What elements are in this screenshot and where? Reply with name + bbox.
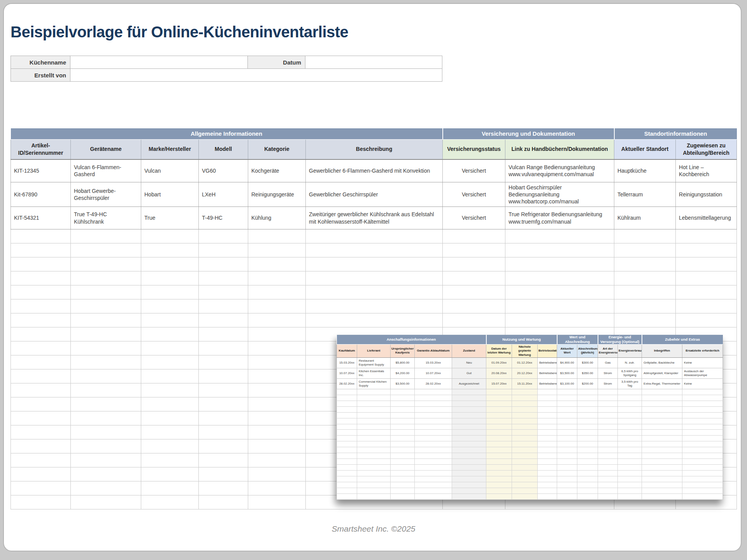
created-by-input[interactable] <box>70 68 442 82</box>
empty-cell[interactable] <box>11 369 71 383</box>
empty-cell[interactable] <box>199 285 248 299</box>
empty-cell[interactable] <box>71 285 141 299</box>
empty-cell[interactable] <box>248 243 306 257</box>
table-cell[interactable]: True Refrigerator Bedienungsanleitung ww… <box>505 207 614 229</box>
empty-cell[interactable] <box>71 355 141 369</box>
empty-cell[interactable] <box>71 425 141 439</box>
empty-cell[interactable] <box>11 299 71 313</box>
empty-cell[interactable] <box>11 229 71 243</box>
empty-cell[interactable] <box>199 453 248 467</box>
table-cell[interactable]: Versichert <box>443 182 505 207</box>
empty-cell[interactable] <box>505 299 614 313</box>
empty-cell[interactable] <box>141 439 199 453</box>
empty-cell[interactable] <box>248 411 306 425</box>
empty-cell[interactable] <box>443 285 505 299</box>
empty-cell[interactable] <box>614 313 676 327</box>
empty-cell[interactable] <box>71 299 141 313</box>
table-cell[interactable]: Vulcan Range Bedienungsanleitung www.vul… <box>505 159 614 182</box>
empty-cell[interactable] <box>248 467 306 481</box>
empty-cell[interactable] <box>141 411 199 425</box>
empty-cell[interactable] <box>306 243 443 257</box>
empty-cell[interactable] <box>71 439 141 453</box>
table-cell[interactable]: Kit-67890 <box>11 182 71 207</box>
empty-cell[interactable] <box>11 425 71 439</box>
empty-cell[interactable] <box>614 243 676 257</box>
empty-cell[interactable] <box>248 285 306 299</box>
empty-cell[interactable] <box>141 369 199 383</box>
table-cell[interactable]: Gewerblicher Geschirrspüler <box>306 182 443 207</box>
empty-cell[interactable] <box>248 481 306 495</box>
empty-cell[interactable] <box>306 313 443 327</box>
empty-cell[interactable] <box>11 243 71 257</box>
empty-cell[interactable] <box>141 495 199 509</box>
empty-cell[interactable] <box>614 285 676 299</box>
empty-cell[interactable] <box>248 439 306 453</box>
empty-cell[interactable] <box>306 271 443 285</box>
empty-cell[interactable] <box>306 257 443 271</box>
empty-cell[interactable] <box>443 229 505 243</box>
empty-cell[interactable] <box>71 453 141 467</box>
empty-cell[interactable] <box>71 495 141 509</box>
table-cell[interactable]: Hauptküche <box>614 159 676 182</box>
table-cell[interactable]: Versichert <box>443 159 505 182</box>
empty-cell[interactable] <box>676 271 737 285</box>
empty-cell[interactable] <box>199 257 248 271</box>
empty-cell[interactable] <box>11 411 71 425</box>
empty-cell[interactable] <box>199 425 248 439</box>
empty-cell[interactable] <box>199 243 248 257</box>
empty-cell[interactable] <box>199 439 248 453</box>
empty-cell[interactable] <box>11 495 71 509</box>
empty-cell[interactable] <box>71 243 141 257</box>
empty-cell[interactable] <box>71 369 141 383</box>
date-input[interactable] <box>305 56 442 69</box>
empty-cell[interactable] <box>306 229 443 243</box>
empty-cell[interactable] <box>676 243 737 257</box>
empty-cell[interactable] <box>141 425 199 439</box>
table-cell[interactable]: True T-49-HC Kühlschrank <box>71 207 141 229</box>
table-cell[interactable]: Vulcan 6-Flammen-Gasherd <box>71 159 141 182</box>
empty-cell[interactable] <box>443 299 505 313</box>
empty-cell[interactable] <box>11 453 71 467</box>
empty-cell[interactable] <box>614 271 676 285</box>
empty-cell[interactable] <box>71 397 141 411</box>
empty-cell[interactable] <box>141 481 199 495</box>
empty-cell[interactable] <box>199 383 248 397</box>
empty-cell[interactable] <box>248 453 306 467</box>
empty-cell[interactable] <box>141 229 199 243</box>
empty-cell[interactable] <box>11 341 71 355</box>
empty-cell[interactable] <box>443 243 505 257</box>
empty-cell[interactable] <box>11 481 71 495</box>
empty-cell[interactable] <box>71 327 141 341</box>
empty-cell[interactable] <box>505 285 614 299</box>
empty-cell[interactable] <box>11 355 71 369</box>
empty-cell[interactable] <box>11 285 71 299</box>
empty-cell[interactable] <box>248 383 306 397</box>
empty-cell[interactable] <box>676 285 737 299</box>
empty-cell[interactable] <box>11 439 71 453</box>
empty-cell[interactable] <box>199 397 248 411</box>
empty-cell[interactable] <box>11 327 71 341</box>
empty-cell[interactable] <box>71 411 141 425</box>
empty-cell[interactable] <box>71 383 141 397</box>
empty-cell[interactable] <box>614 257 676 271</box>
empty-cell[interactable] <box>141 257 199 271</box>
table-cell[interactable]: VG60 <box>199 159 248 182</box>
empty-cell[interactable] <box>141 299 199 313</box>
table-cell[interactable]: LXeH <box>199 182 248 207</box>
table-cell[interactable]: T-49-HC <box>199 207 248 229</box>
table-cell[interactable]: Kühlraum <box>614 207 676 229</box>
empty-cell[interactable] <box>199 411 248 425</box>
empty-cell[interactable] <box>306 285 443 299</box>
empty-cell[interactable] <box>248 229 306 243</box>
empty-cell[interactable] <box>248 299 306 313</box>
empty-cell[interactable] <box>199 355 248 369</box>
empty-cell[interactable] <box>676 313 737 327</box>
empty-cell[interactable] <box>141 271 199 285</box>
empty-cell[interactable] <box>11 313 71 327</box>
empty-cell[interactable] <box>443 257 505 271</box>
empty-cell[interactable] <box>71 481 141 495</box>
empty-cell[interactable] <box>199 299 248 313</box>
empty-cell[interactable] <box>248 257 306 271</box>
table-cell[interactable]: Hobart <box>141 182 199 207</box>
empty-cell[interactable] <box>248 425 306 439</box>
